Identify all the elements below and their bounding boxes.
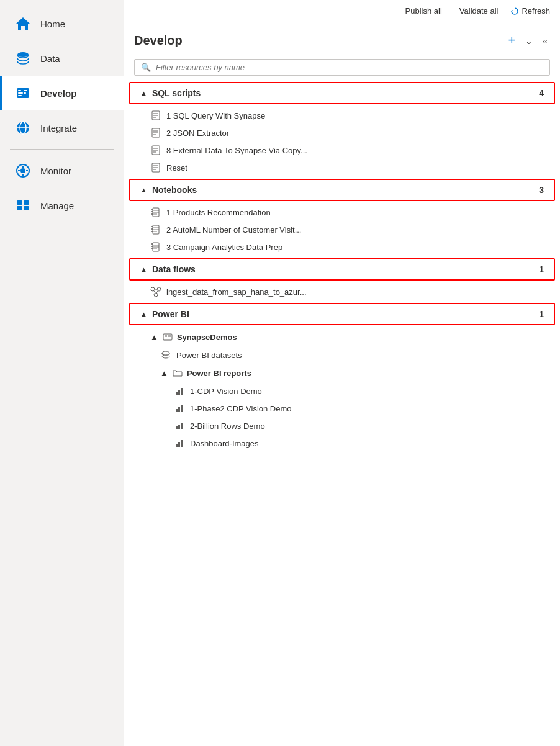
svg-rect-71 bbox=[181, 388, 183, 395]
data-flows-chevron: ▲ bbox=[140, 266, 147, 273]
notebook-icon bbox=[150, 224, 161, 235]
power-bi-report-item[interactable]: 1-Phase2 CDP Vision Demo bbox=[124, 400, 560, 417]
data-flow-icon bbox=[150, 286, 161, 297]
svg-rect-78 bbox=[176, 444, 178, 447]
refresh-button[interactable]: Refresh bbox=[510, 6, 550, 16]
develop-title: Develop bbox=[134, 34, 183, 48]
tree-item[interactable]: 2 JSON Extractor bbox=[124, 124, 560, 142]
data-flows-section-header[interactable]: ▲ Data flows 1 bbox=[129, 258, 555, 281]
power-bi-count: 1 bbox=[539, 309, 544, 319]
sidebar-item-monitor-label: Monitor bbox=[40, 166, 71, 176]
chevron-down-button[interactable]: ⌄ bbox=[523, 34, 535, 48]
power-bi-chevron: ▲ bbox=[140, 310, 147, 318]
publish-all-button[interactable]: Publish all bbox=[400, 4, 447, 18]
top-bar: Publish all Validate all Refresh bbox=[124, 0, 560, 22]
monitor-icon bbox=[14, 162, 32, 179]
svg-marker-0 bbox=[16, 17, 30, 30]
svg-marker-21 bbox=[512, 9, 513, 11]
svg-rect-75 bbox=[176, 426, 178, 429]
manage-icon bbox=[14, 197, 32, 214]
tree-item[interactable]: 8 External Data To Synapse Via Copy... bbox=[124, 142, 560, 159]
svg-point-59 bbox=[151, 287, 155, 291]
workspace-icon bbox=[162, 331, 173, 343]
sql-scripts-section-header[interactable]: ▲ SQL scripts 4 bbox=[129, 82, 555, 104]
svg-rect-67 bbox=[168, 335, 171, 337]
notebooks-chevron: ▲ bbox=[140, 186, 147, 194]
tree-item-label: Reset bbox=[166, 163, 187, 173]
svg-point-61 bbox=[154, 293, 158, 297]
notebooks-section-header[interactable]: ▲ Notebooks 3 bbox=[129, 179, 555, 201]
svg-rect-74 bbox=[181, 405, 183, 412]
sidebar-item-manage-label: Manage bbox=[40, 200, 74, 211]
sidebar-item-data-label: Data bbox=[40, 53, 60, 64]
filter-input[interactable] bbox=[156, 63, 543, 72]
tree-item[interactable]: 1 SQL Query With Synapse bbox=[124, 107, 560, 124]
tree-item[interactable]: 1 Products Recommendation bbox=[124, 204, 560, 221]
sidebar-item-develop[interactable]: Develop bbox=[0, 76, 124, 110]
sidebar-item-home-label: Home bbox=[40, 19, 65, 29]
svg-rect-7 bbox=[24, 92, 26, 94]
sql-script-icon bbox=[150, 127, 161, 138]
tree-item[interactable]: Reset bbox=[124, 159, 560, 176]
add-button[interactable]: + bbox=[506, 31, 518, 50]
power-bi-reports-chevron: ▲ bbox=[160, 369, 168, 378]
sql-script-icon bbox=[150, 145, 161, 156]
power-bi-datasets-item[interactable]: Power BI datasets bbox=[124, 346, 560, 364]
svg-rect-76 bbox=[178, 425, 180, 429]
report-chart-icon bbox=[174, 438, 185, 449]
report-chart-icon bbox=[174, 385, 185, 397]
power-bi-reports-header[interactable]: ▲ Power BI reports bbox=[124, 364, 560, 382]
tree-item-label: 3 Campaign Analytics Data Prep bbox=[166, 243, 282, 252]
svg-rect-79 bbox=[178, 442, 180, 447]
power-bi-section-header[interactable]: ▲ Power BI 1 bbox=[129, 303, 555, 325]
sidebar-item-integrate-label: Integrate bbox=[40, 123, 77, 133]
tree-item-label: 1 Products Recommendation bbox=[166, 208, 271, 217]
report-item-label: 1-CDP Vision Demo bbox=[190, 387, 262, 396]
svg-rect-18 bbox=[24, 200, 29, 205]
sidebar-item-home[interactable]: Home bbox=[0, 6, 124, 41]
tree-item[interactable]: 2 AutoML Number of Customer Visit... bbox=[124, 221, 560, 238]
sidebar-item-develop-label: Develop bbox=[40, 88, 76, 99]
sql-scripts-chevron: ▲ bbox=[140, 89, 147, 97]
data-icon bbox=[14, 50, 32, 67]
refresh-label: Refresh bbox=[522, 6, 550, 16]
notebook-icon bbox=[150, 207, 161, 218]
filter-box: 🔍 bbox=[134, 59, 550, 76]
develop-header: Develop + ⌄ « bbox=[124, 22, 560, 55]
svg-rect-6 bbox=[24, 90, 27, 91]
tree-item-label: 2 JSON Extractor bbox=[166, 128, 229, 138]
sidebar-item-monitor[interactable]: Monitor bbox=[0, 153, 124, 188]
collapse-button[interactable]: « bbox=[540, 34, 550, 48]
svg-point-1 bbox=[17, 52, 29, 57]
power-bi-report-item[interactable]: Dashboard-Images bbox=[124, 434, 560, 452]
svg-rect-66 bbox=[165, 335, 167, 337]
develop-icon bbox=[14, 84, 32, 102]
home-icon bbox=[14, 15, 32, 32]
notebook-icon bbox=[150, 241, 161, 253]
svg-line-63 bbox=[154, 291, 155, 293]
sql-script-icon bbox=[150, 110, 161, 121]
tree-item-label: 1 SQL Query With Synapse bbox=[166, 111, 265, 120]
power-bi-report-item[interactable]: 1-CDP Vision Demo bbox=[124, 382, 560, 400]
synapse-demos-header[interactable]: ▲ SynapseDemos bbox=[124, 328, 560, 346]
tree-item[interactable]: 3 Campaign Analytics Data Prep bbox=[124, 238, 560, 256]
data-flows-items: ingest_data_from_sap_hana_to_azur... bbox=[124, 283, 560, 300]
data-flows-title: Data flows bbox=[152, 264, 539, 274]
main-content: Publish all Validate all Refresh Develop… bbox=[124, 0, 560, 746]
svg-rect-19 bbox=[17, 206, 22, 210]
svg-point-60 bbox=[157, 287, 161, 291]
svg-rect-3 bbox=[18, 90, 21, 91]
notebooks-items: 1 Products Recommendation 2 AutoML Numbe… bbox=[124, 204, 560, 256]
sidebar-item-data[interactable]: Data bbox=[0, 41, 124, 76]
svg-point-12 bbox=[20, 168, 25, 173]
develop-panel: Develop + ⌄ « 🔍 ▲ SQL scripts 4 1 SQL Qu… bbox=[124, 22, 560, 746]
svg-point-68 bbox=[162, 351, 169, 355]
sql-scripts-items: 1 SQL Query With Synapse 2 JSON Extracto… bbox=[124, 107, 560, 176]
tree-item[interactable]: ingest_data_from_sap_hana_to_azur... bbox=[124, 283, 560, 300]
refresh-icon bbox=[510, 7, 519, 16]
power-bi-report-item[interactable]: 2-Billion Rows Demo bbox=[124, 417, 560, 434]
sidebar-item-manage[interactable]: Manage bbox=[0, 188, 124, 223]
sidebar-item-integrate[interactable]: Integrate bbox=[0, 110, 124, 145]
validate-all-button[interactable]: Validate all bbox=[454, 4, 504, 18]
integrate-icon bbox=[14, 119, 32, 137]
